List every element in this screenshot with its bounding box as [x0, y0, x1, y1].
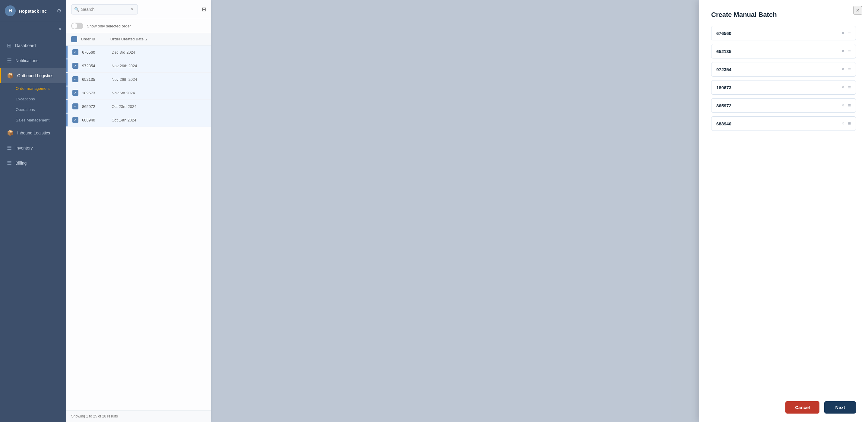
- sidebar-item-billing[interactable]: ☰ Billing: [0, 156, 66, 171]
- search-clear-icon[interactable]: ×: [131, 7, 133, 12]
- create-manual-batch-modal: × Create Manual Batch 676560 × ≡ 652135 …: [699, 0, 868, 422]
- table-row[interactable]: ✓ 865972 Oct 23rd 2024: [66, 100, 211, 113]
- table-row[interactable]: ✓ 189673 Nov 6th 2024: [66, 86, 211, 100]
- next-button[interactable]: Next: [824, 401, 856, 414]
- row-checkbox[interactable]: ✓: [72, 49, 79, 55]
- row-order-date: Nov 26th 2024: [112, 64, 206, 68]
- batch-item-actions: × ≡: [841, 48, 851, 54]
- sidebar-item-inbound-logistics[interactable]: 📦 Inbound Logistics: [0, 125, 66, 140]
- batch-item-id: 688940: [716, 121, 841, 126]
- table-row[interactable]: ✓ 688940 Oct 14th 2024: [66, 113, 211, 127]
- select-all-checkbox[interactable]: [71, 36, 77, 42]
- sidebar-item-dashboard[interactable]: ⊞ Dashboard: [0, 38, 66, 53]
- toggle-label: Show only selected order: [87, 24, 131, 28]
- table-row[interactable]: ✓ 676560 Dec 3rd 2024: [66, 45, 211, 59]
- batch-item: 688940 × ≡: [711, 116, 856, 131]
- table-row[interactable]: ✓ 972354 Nov 26th 2024: [66, 59, 211, 73]
- batch-item-reorder-button[interactable]: ≡: [848, 48, 851, 54]
- company-name: Hopstack Inc: [19, 8, 47, 13]
- table-row[interactable]: ✓ 652135 Nov 26th 2024: [66, 73, 211, 86]
- sidebar-item-operations[interactable]: Operations: [16, 104, 66, 115]
- sidebar-item-notifications[interactable]: ☰ Notifications: [0, 53, 66, 68]
- logo-icon: H: [5, 5, 16, 16]
- row-indicator: [66, 45, 67, 59]
- row-order-date: Dec 3rd 2024: [112, 50, 206, 55]
- sidebar-header: H Hopstack Inc ⚙: [0, 0, 66, 22]
- collapse-sidebar-button[interactable]: «: [0, 22, 66, 36]
- sidebar-item-label-inbound: Inbound Logistics: [17, 131, 50, 135]
- orders-panel: 🔍 × ⊟ Show only selected order Order ID …: [66, 0, 211, 422]
- row-checkbox[interactable]: ✓: [72, 117, 79, 123]
- sidebar-item-order-management[interactable]: Order management: [16, 83, 66, 94]
- modal-footer: Cancel Next: [711, 394, 856, 414]
- batch-items-list: 676560 × ≡ 652135 × ≡ 972354 × ≡ 189673 …: [711, 26, 856, 134]
- search-bar: 🔍 × ⊟: [66, 0, 211, 19]
- sort-arrow-icon[interactable]: ▲: [145, 38, 148, 41]
- batch-item-remove-button[interactable]: ×: [841, 67, 844, 72]
- batch-item: 189673 × ≡: [711, 80, 856, 95]
- row-order-date: Nov 6th 2024: [112, 91, 206, 95]
- row-order-id: 676560: [82, 50, 109, 55]
- batch-item-id: 972354: [716, 67, 841, 72]
- sidebar-item-label-inventory: Inventory: [16, 145, 33, 151]
- batch-item-remove-button[interactable]: ×: [841, 85, 844, 90]
- main-content: 🔍 × ⊟ Show only selected order Order ID …: [66, 0, 868, 422]
- sidebar-item-inventory[interactable]: ☰ Inventory: [0, 140, 66, 156]
- row-order-id: 972354: [82, 64, 109, 68]
- cancel-button[interactable]: Cancel: [785, 401, 819, 414]
- batch-item-reorder-button[interactable]: ≡: [848, 85, 851, 90]
- row-order-id: 189673: [82, 91, 109, 95]
- sidebar-nav: ⊞ Dashboard ☰ Notifications 📦 Outbound L…: [0, 36, 66, 422]
- search-input-wrap: 🔍 ×: [71, 4, 199, 14]
- batch-item-remove-button[interactable]: ×: [841, 121, 844, 126]
- settings-icon[interactable]: ⚙: [57, 7, 62, 14]
- row-indicator: [66, 73, 67, 86]
- row-order-date: Oct 23rd 2024: [112, 104, 206, 109]
- search-icon: 🔍: [74, 7, 79, 12]
- filter-icon[interactable]: ⊟: [202, 6, 206, 13]
- row-order-date: Oct 14th 2024: [112, 118, 206, 122]
- row-checkbox[interactable]: ✓: [72, 76, 79, 82]
- row-indicator: [66, 59, 67, 72]
- col-order-created-date: Order Created Date ▲: [111, 37, 206, 41]
- row-indicator: [66, 86, 67, 99]
- batch-item-reorder-button[interactable]: ≡: [848, 67, 851, 72]
- row-checkbox[interactable]: ✓: [72, 90, 79, 96]
- sidebar-item-label-billing: Billing: [16, 161, 27, 165]
- sidebar-item-label-notifications: Notifications: [16, 58, 38, 63]
- sidebar-item-sales-management[interactable]: Sales Management: [16, 115, 66, 125]
- batch-item-id: 652135: [716, 49, 841, 54]
- batch-item-actions: × ≡: [841, 103, 851, 108]
- row-checkbox[interactable]: ✓: [72, 103, 79, 109]
- batch-item-reorder-button[interactable]: ≡: [848, 103, 851, 108]
- sidebar: H Hopstack Inc ⚙ « ⊞ Dashboard ☰ Notific…: [0, 0, 66, 422]
- batch-item-actions: × ≡: [841, 67, 851, 72]
- batch-item-actions: × ≡: [841, 30, 851, 36]
- batch-item-remove-button[interactable]: ×: [841, 48, 844, 54]
- modal-close-button[interactable]: ×: [854, 6, 862, 14]
- sidebar-item-exceptions[interactable]: Exceptions: [16, 94, 66, 104]
- batch-item-id: 189673: [716, 85, 841, 90]
- batch-item-reorder-button[interactable]: ≡: [848, 121, 851, 126]
- table-header: Order ID Order Created Date ▲: [66, 33, 211, 45]
- billing-icon: ☰: [7, 160, 12, 166]
- toggle-row: Show only selected order: [66, 19, 211, 33]
- search-input[interactable]: [71, 4, 138, 14]
- sidebar-item-outbound-logistics[interactable]: 📦 Outbound Logistics: [0, 68, 66, 83]
- row-order-id: 688940: [82, 118, 109, 122]
- outbound-logistics-icon: 📦: [7, 72, 13, 79]
- batch-item-reorder-button[interactable]: ≡: [848, 30, 851, 36]
- row-checkbox[interactable]: ✓: [72, 63, 79, 69]
- row-indicator: [66, 100, 67, 113]
- outbound-sub-menu: Order management Exceptions Operations S…: [0, 83, 66, 125]
- row-order-id: 652135: [82, 77, 109, 82]
- batch-item-actions: × ≡: [841, 121, 851, 126]
- dashboard-icon: ⊞: [7, 42, 11, 49]
- batch-item-id: 676560: [716, 31, 841, 36]
- show-selected-toggle[interactable]: [71, 23, 83, 29]
- batch-item: 676560 × ≡: [711, 26, 856, 40]
- row-order-id: 865972: [82, 104, 109, 109]
- modal-title: Create Manual Batch: [711, 11, 856, 19]
- batch-item-remove-button[interactable]: ×: [841, 30, 844, 36]
- batch-item-remove-button[interactable]: ×: [841, 103, 844, 108]
